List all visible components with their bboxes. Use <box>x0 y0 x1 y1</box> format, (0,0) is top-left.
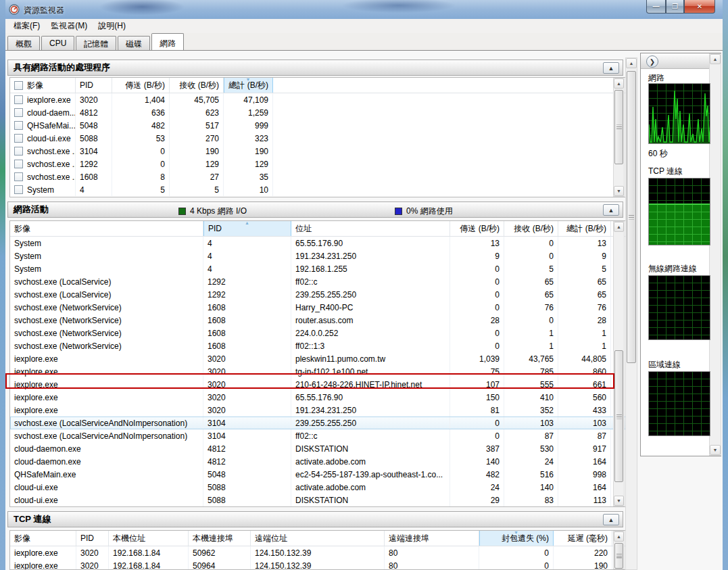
table-row[interactable]: cloud-ui.exe5088DISKSTATION2983113 <box>10 494 627 506</box>
table-row[interactable]: iexplore.exe3020191.234.231.25081352433 <box>10 404 627 417</box>
scrollbar-thumb[interactable] <box>614 90 623 164</box>
table-row[interactable]: svchost.exe (LocalService)1292239.255.25… <box>10 288 627 301</box>
table-row[interactable]: QHSafeMain.exe5048ec2-54-255-187-139.ap-… <box>10 468 627 481</box>
scroll-down-icon[interactable]: ▼ <box>710 445 721 455</box>
table-row[interactable]: iexplore.exe3020192.168.1.8450962124.150… <box>10 546 627 559</box>
header-checkbox[interactable] <box>14 81 23 90</box>
close-button[interactable]: ✕ <box>684 0 715 14</box>
tab-記憶體[interactable]: 記憶體 <box>76 36 116 50</box>
table-row[interactable]: svchost.exe (LocalService)1292ff02::c065… <box>10 275 627 288</box>
title-bar[interactable]: 資源監視器 — ❐ ✕ <box>0 0 728 19</box>
column-header[interactable]: 遠端位址 <box>251 531 385 546</box>
column-header[interactable]: PID <box>76 531 109 546</box>
scroll-down-icon[interactable]: ▼ <box>614 496 624 506</box>
table-row[interactable]: iexplore.exe3020192.168.1.8450964124.150… <box>10 559 627 570</box>
column-header[interactable]: 傳送 (B/秒) <box>450 221 504 236</box>
table-row[interactable]: svchost.exe ...160882735 <box>10 170 627 183</box>
column-header[interactable]: ▲PID <box>203 221 291 236</box>
collapse-chevron-icon[interactable]: ▲ <box>603 204 619 216</box>
column-header[interactable]: 本機連接埠 <box>189 531 251 546</box>
table-row[interactable]: cloud-ui.exe508853270323 <box>10 132 627 145</box>
scroll-up-icon[interactable]: ▲ <box>626 58 637 68</box>
row-checkbox[interactable] <box>14 172 23 181</box>
column-header[interactable]: 延遲 (毫秒) <box>554 531 612 546</box>
tab-CPU[interactable]: CPU <box>41 36 74 50</box>
table-row[interactable]: System465.55.176.9013013 <box>10 237 627 250</box>
scroll-down-icon[interactable]: ▼ <box>614 186 624 196</box>
table-row[interactable]: svchost.exe (NetworkService)1608ff02::1:… <box>10 339 627 352</box>
tcp-table-scrollbar[interactable]: ▲ <box>613 531 625 569</box>
column-header[interactable]: 本機位址 <box>109 531 189 546</box>
table-row[interactable]: iexplore.exe30201,40445,70547,109 <box>10 93 627 106</box>
column-header[interactable]: 位址 <box>291 221 450 236</box>
cell: 785 <box>504 365 558 378</box>
table-row[interactable]: svchost.exe (NetworkService)1608Harry_R4… <box>10 301 627 314</box>
column-header[interactable]: PID <box>76 78 112 93</box>
row-checkbox[interactable] <box>14 121 23 130</box>
tab-磁碟[interactable]: 磁碟 <box>118 36 150 50</box>
table-row[interactable]: cloud-daem...48126366231,259 <box>10 106 627 119</box>
table-row[interactable]: cloud-daemon.exe4812DISKSTATION387530917 <box>10 442 627 455</box>
section-header-activity[interactable]: 網路活動 4 Kbps 網路 I/O 0% 網路使用 ▲ <box>7 201 623 218</box>
page-scrollbar[interactable]: ▲ <box>625 57 637 570</box>
table-row[interactable]: svchost.exe (NetworkService)1608router.a… <box>10 314 627 327</box>
column-header[interactable]: 接收 (B/秒) <box>170 78 224 93</box>
column-header[interactable]: 接收 (B/秒) <box>504 221 558 236</box>
menu-item[interactable]: 說明(H) <box>93 18 131 34</box>
table-row[interactable]: System45510 <box>10 183 627 196</box>
row-checkbox[interactable] <box>14 147 23 156</box>
cell: 530 <box>504 442 558 455</box>
scrollbar-thumb[interactable] <box>614 543 623 569</box>
tab-網路[interactable]: 網路 <box>151 33 184 50</box>
column-header[interactable]: ▼總計 (B/秒) <box>224 78 273 93</box>
activity-table-scrollbar[interactable]: ▲ ▼ <box>613 221 625 506</box>
table-row[interactable]: iexplore.exe302065.55.176.90150410560 <box>10 391 627 404</box>
column-header[interactable]: 影像 <box>10 78 76 93</box>
processes-table-scrollbar[interactable]: ▲ ▼ <box>613 78 625 197</box>
column-header[interactable]: 傳送 (B/秒) <box>112 78 170 93</box>
scrollbar-thumb[interactable] <box>614 350 623 482</box>
cell: 1292 <box>76 158 112 170</box>
table-row[interactable]: cloud-daemon.exe4812activate.adobe.com14… <box>10 455 627 468</box>
table-row[interactable]: svchost.exe ...31040190190 <box>10 145 627 158</box>
table-row[interactable]: System4192.168.1.255055 <box>10 262 627 275</box>
menu-item[interactable]: 監視器(M) <box>45 18 93 34</box>
cell: 482 <box>112 119 170 132</box>
table-row[interactable]: QHSafeMai...5048482517999 <box>10 119 627 132</box>
maximize-button[interactable]: ❐ <box>666 0 684 14</box>
column-header[interactable]: 影像 <box>10 531 76 546</box>
scroll-up-icon[interactable]: ▲ <box>614 78 624 89</box>
column-header[interactable]: 總計 (B/秒) <box>558 221 611 236</box>
scroll-up-icon[interactable]: ▲ <box>614 531 624 542</box>
table-row[interactable]: iexplore.exe3020tg-in-f102.1e100.net7578… <box>10 365 627 378</box>
table-row[interactable]: iexplore.exe3020210-61-248-226.HINET-IP.… <box>10 378 627 391</box>
table-row[interactable]: svchost.exe (LocalServiceAndNoImpersonat… <box>10 417 627 429</box>
sidebar-scrollbar[interactable]: ▲ ▼ <box>709 53 721 456</box>
row-checkbox[interactable] <box>14 134 23 143</box>
collapse-chevron-icon[interactable]: ▲ <box>603 514 619 525</box>
column-header[interactable]: 遠端連接埠 <box>385 531 479 546</box>
tab-概觀[interactable]: 概觀 <box>7 36 40 50</box>
menu-item[interactable]: 檔案(F) <box>8 18 45 34</box>
column-header[interactable]: 影像 <box>10 221 203 236</box>
table-row[interactable]: iexplore.exe3020pleskwin11.pumo.com.tw1,… <box>10 352 627 365</box>
row-checkbox[interactable] <box>14 160 23 168</box>
cell: cloud-daemon.exe <box>10 455 203 468</box>
table-row[interactable]: cloud-ui.exe5088activate.adobe.com241401… <box>10 481 627 494</box>
column-header[interactable]: ▼封包遺失 (%) <box>479 531 554 546</box>
row-checkbox[interactable] <box>14 185 23 194</box>
section-header-processes[interactable]: 具有網路活動的處理程序 ▲ <box>7 60 623 76</box>
row-checkbox[interactable] <box>14 95 23 104</box>
table-row[interactable]: svchost.exe ...12920129129 <box>10 158 627 170</box>
table-row[interactable]: System4191.234.231.250909 <box>10 250 627 262</box>
scroll-up-icon[interactable]: ▲ <box>710 54 721 64</box>
scrollbar-thumb[interactable] <box>627 71 636 363</box>
minimize-button[interactable]: — <box>646 0 666 14</box>
table-row[interactable]: svchost.exe (NetworkService)1608224.0.0.… <box>10 327 627 339</box>
chevron-right-icon[interactable]: ❯ <box>646 55 658 68</box>
collapse-chevron-icon[interactable]: ▲ <box>603 62 619 74</box>
scroll-up-icon[interactable]: ▲ <box>614 222 624 232</box>
section-header-tcp[interactable]: TCP 連線 ▲ <box>7 511 623 527</box>
table-row[interactable]: svchost.exe (LocalServiceAndNoImpersonat… <box>10 429 627 442</box>
row-checkbox[interactable] <box>14 108 23 117</box>
